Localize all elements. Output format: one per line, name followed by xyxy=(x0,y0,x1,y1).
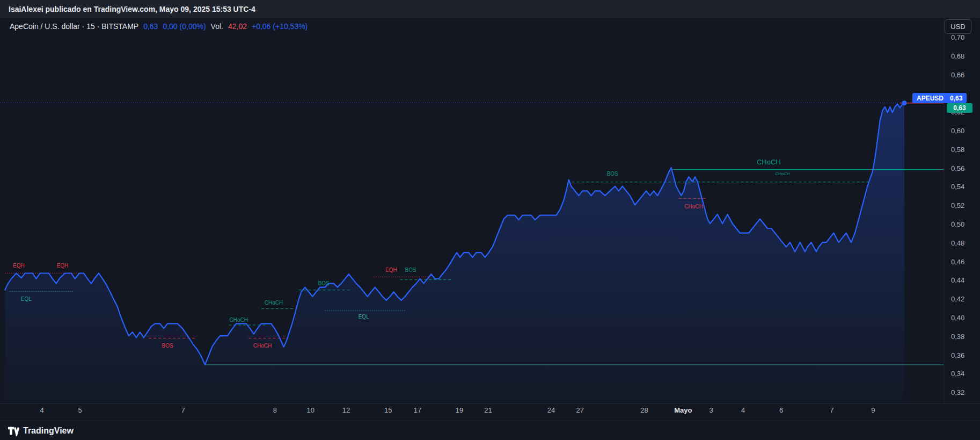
volume-value: 42,02 xyxy=(228,22,247,31)
attribution-text: IsaiAlexei publicado en TradingView.com,… xyxy=(9,5,255,13)
price-axis-separator xyxy=(944,18,944,403)
last-price-value: 0,63 xyxy=(143,22,158,31)
symbol-price-badge: APEUSD 0,63 xyxy=(912,93,967,103)
currency-toggle-button[interactable]: USD xyxy=(945,19,971,34)
symbol-info-bar: ApeCoin / U.S. dollar · 15 · BITSTAMP 0,… xyxy=(10,22,308,31)
symbol-title[interactable]: ApeCoin / U.S. dollar · 15 · BITSTAMP xyxy=(10,22,138,31)
tradingview-brand-text: TradingView xyxy=(23,426,74,436)
attribution-bar: IsaiAlexei publicado en TradingView.com,… xyxy=(0,0,980,18)
volume-change-value: +0,06 (+10,53%) xyxy=(252,22,308,31)
footer-bar: TradingView xyxy=(0,421,980,440)
badge-symbol-price: 0,63 xyxy=(950,95,962,102)
volume-label: Vol. xyxy=(211,22,223,31)
last-price-badge: 0,63 xyxy=(947,103,972,113)
tradingview-logo[interactable]: TradingView xyxy=(8,425,74,436)
time-axis-separator xyxy=(0,403,980,404)
tradingview-logo-icon xyxy=(8,425,19,436)
badge-symbol-text: APEUSD xyxy=(917,95,944,102)
chart-pane[interactable] xyxy=(0,18,944,403)
price-change-value: 0,00 (0,00%) xyxy=(163,22,206,31)
